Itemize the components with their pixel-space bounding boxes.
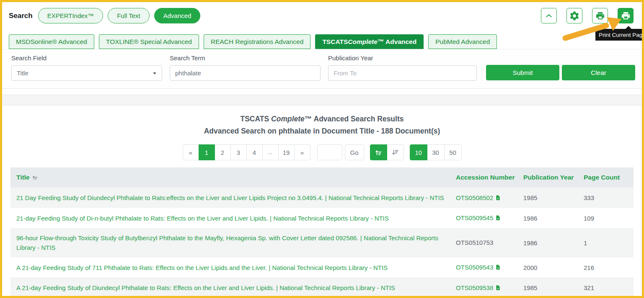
sort-icon xyxy=(32,175,38,180)
print-preview-button[interactable] xyxy=(592,8,608,23)
page-button-19[interactable]: 19 xyxy=(278,144,295,160)
print-tooltip: Print Current Page xyxy=(595,29,644,41)
table-row: A 21-day Feeding Study of Diundecyl Phth… xyxy=(10,277,634,298)
publication-year-cell: 1985 xyxy=(523,194,584,201)
collapse-panel-button[interactable] xyxy=(541,8,557,23)
publication-year-label: Publication Year xyxy=(328,54,477,62)
settings-button[interactable] xyxy=(566,8,582,23)
accession-number: OTS0510753 xyxy=(456,239,493,246)
pdf-file-icon xyxy=(495,285,501,291)
submit-button[interactable]: Submit xyxy=(486,65,559,80)
page-size-10-button[interactable]: 10 xyxy=(410,144,427,160)
accession-column-header: Accession Number xyxy=(456,174,523,181)
page-size-50-button[interactable]: 50 xyxy=(444,144,462,160)
page-count-cell: 333 xyxy=(584,194,634,201)
accession-number-link[interactable]: OTS0509538 xyxy=(456,284,501,291)
printer-icon xyxy=(621,11,631,21)
results-title: TSCATS Complete™ Advanced Search Results xyxy=(2,113,642,125)
pagination-bar: « 1 2 3 4 ... 19 » Go xyxy=(2,144,642,160)
page-number-group: « 1 2 3 4 ... 19 » xyxy=(183,144,310,160)
chevron-up-icon xyxy=(545,12,553,20)
sort-descending-icon xyxy=(392,149,399,156)
first-page-button[interactable]: « xyxy=(183,144,199,160)
sort-ascending-icon xyxy=(375,149,382,156)
title-header-label: Title xyxy=(16,174,30,181)
accession-number: OTS0509538 xyxy=(456,284,493,291)
database-tabs: MSDSonline® Advanced TOXLINE® Special Ad… xyxy=(2,34,642,49)
search-field-label: Search Field xyxy=(11,54,162,62)
accession-number: OTS0509543 xyxy=(456,264,493,271)
print-current-page-button[interactable] xyxy=(618,8,634,23)
tab-pubmed-advanced[interactable]: PubMed Advanced xyxy=(428,34,497,49)
search-field-select[interactable]: Title xyxy=(11,65,162,81)
print-tooltip-text: Print Current Page xyxy=(599,32,644,38)
tab-tscats-complete-advanced[interactable]: TSCATS Complete™ Advanced xyxy=(315,34,424,49)
document-title-link[interactable]: 21 Day Feeding Study of Diundecyl Phthal… xyxy=(16,194,444,201)
page-count-cell: 109 xyxy=(584,215,634,222)
title-column-header[interactable]: Title xyxy=(10,174,456,181)
publication-year-cell: 1986 xyxy=(523,239,584,247)
table-row: 21-day Feeding Study of Di-n-butyl Phtha… xyxy=(10,208,634,228)
search-term-label: Search Term xyxy=(170,54,321,62)
sort-direction-group xyxy=(370,144,404,160)
separator-band xyxy=(2,95,642,105)
page-size-30-button[interactable]: 30 xyxy=(427,144,445,160)
expertindex-mode-button[interactable]: EXPERTIndex™ xyxy=(38,8,103,23)
page-button-2[interactable]: 2 xyxy=(215,144,231,160)
accession-number-link[interactable]: OTS0509543 xyxy=(456,264,501,271)
document-title-link[interactable]: A 21-day Feeding Study of Diundecyl Phth… xyxy=(16,284,395,291)
page-ellipsis: ... xyxy=(262,144,279,160)
goto-page-input[interactable] xyxy=(317,144,342,160)
results-title-part: Complete xyxy=(271,115,305,123)
tab-label-part: Complete xyxy=(348,38,378,46)
document-title-link[interactable]: 96-hour Flow-through Toxicity Study of B… xyxy=(16,234,438,251)
sort-descending-button[interactable] xyxy=(387,144,404,160)
page-size-group: 10 30 50 xyxy=(410,144,462,160)
table-row: 96-hour Flow-through Toxicity Study of B… xyxy=(10,228,634,257)
publication-year-cell: 1986 xyxy=(523,215,584,222)
go-button[interactable]: Go xyxy=(345,144,364,160)
page-count-cell: 321 xyxy=(584,284,634,291)
table-header-row: Title Accession Number Publication Year … xyxy=(10,167,634,188)
last-page-button[interactable]: » xyxy=(294,144,310,160)
accession-number-link[interactable]: OTS0509545 xyxy=(456,214,501,221)
page-count-cell: 1 xyxy=(584,239,634,247)
search-section-label: Search xyxy=(9,8,33,23)
table-row: A 21-day Feeding Study of 711 Phthalate … xyxy=(10,257,634,277)
pdf-file-icon xyxy=(495,215,501,221)
results-title-part: ™ Advanced Search Results xyxy=(305,115,404,123)
search-field-value: Title xyxy=(17,69,28,77)
table-row: 21 Day Feeding Study of Diundecyl Phthal… xyxy=(10,188,634,208)
chevron-down-icon xyxy=(153,72,156,74)
results-title-part: TSCATS xyxy=(241,115,272,123)
sort-ascending-button[interactable] xyxy=(370,144,387,160)
accession-number-link[interactable]: OTS0508502 xyxy=(456,194,501,201)
document-title-link[interactable]: A 21-day Feeding Study of 711 Phthalate … xyxy=(16,264,388,271)
app-window: Search EXPERTIndex™ Full Text Advanced xyxy=(0,0,644,298)
document-title-link[interactable]: 21-day Feeding Study of Di-n-butyl Phtha… xyxy=(16,215,389,222)
tab-msdsonline-advanced[interactable]: MSDSonline® Advanced xyxy=(9,34,94,49)
page-button-3[interactable]: 3 xyxy=(230,144,247,160)
results-subtitle: Advanced Search on phthalate in Document… xyxy=(2,125,642,137)
top-toolbar: Search EXPERTIndex™ Full Text Advanced xyxy=(2,2,642,34)
accession-number: OTS0509545 xyxy=(456,214,493,221)
publication-year-input[interactable] xyxy=(328,65,477,81)
tab-label-part: ™ Advanced xyxy=(378,38,416,46)
publication-year-cell: 1985 xyxy=(523,284,584,291)
tab-toxline-special-advanced[interactable]: TOXLINE® Special Advanced xyxy=(99,34,199,49)
page-count-cell: 216 xyxy=(584,264,634,271)
publication-year-cell: 2000 xyxy=(523,264,584,271)
pdf-file-icon xyxy=(495,264,501,270)
full-text-mode-button[interactable]: Full Text xyxy=(108,8,150,23)
clear-button[interactable]: Clear xyxy=(562,65,635,80)
results-heading: TSCATS Complete™ Advanced Search Results… xyxy=(2,113,642,137)
pdf-file-icon xyxy=(495,195,501,201)
tab-reach-registrations-advanced[interactable]: REACH Registrations Advanced xyxy=(204,34,310,49)
page-count-column-header: Page Count xyxy=(584,174,634,181)
publication-year-column-header: Publication Year xyxy=(523,174,584,181)
accession-number: OTS0508502 xyxy=(456,194,493,201)
search-term-input[interactable] xyxy=(170,65,321,81)
page-button-1[interactable]: 1 xyxy=(199,144,215,160)
advanced-mode-button[interactable]: Advanced xyxy=(154,8,201,23)
page-button-4[interactable]: 4 xyxy=(246,144,263,160)
